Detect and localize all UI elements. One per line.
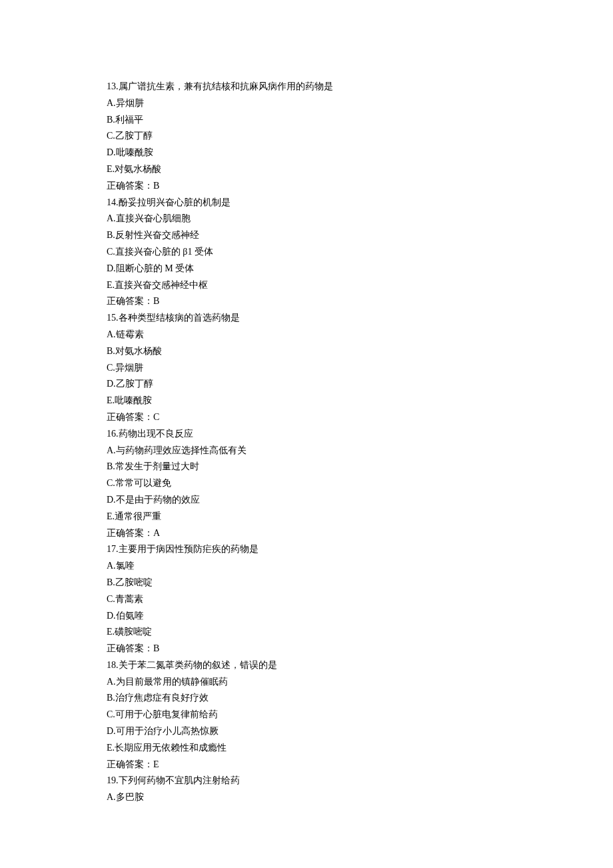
question-stem: 16.药物出现不良反应: [107, 426, 613, 443]
question-stem-text: 主要用于病因性预防疟疾的药物是: [119, 544, 259, 554]
answer-value: A: [153, 528, 160, 538]
answer-line: 正确答案：B: [107, 641, 613, 657]
option-text: 链霉素: [116, 329, 144, 339]
option-letter: A.: [107, 561, 116, 571]
answer-line: 正确答案：B: [107, 293, 613, 310]
answer-label: 正确答案：: [107, 296, 153, 306]
option-text: 磺胺嘧啶: [115, 627, 152, 637]
question-stem-text: 属广谱抗生素，兼有抗结核和抗麻风病作用的药物是: [119, 81, 333, 91]
option-a: A.多巴胺: [107, 789, 613, 806]
option-letter: A.: [107, 213, 116, 223]
option-b: B.治疗焦虑症有良好疗效: [107, 690, 613, 707]
option-letter: A.: [107, 792, 116, 802]
option-text: 直接兴奋心肌细胞: [116, 213, 191, 223]
option-text: 反射性兴奋交感神经: [115, 230, 199, 240]
option-letter: E.: [107, 627, 115, 637]
option-text: 与药物药理效应选择性高低有关: [116, 445, 247, 455]
option-text: 氯喹: [116, 561, 135, 571]
option-letter: D.: [107, 726, 116, 736]
option-text: 长期应用无依赖性和成瘾性: [115, 743, 227, 753]
option-letter: D.: [107, 263, 116, 273]
answer-label: 正确答案：: [107, 759, 153, 769]
question-stem-text: 各种类型结核病的首选药物是: [119, 313, 240, 323]
option-a: A.链霉素: [107, 327, 613, 343]
option-letter: A.: [107, 445, 116, 455]
option-a: A.异烟肼: [107, 95, 613, 112]
option-letter: D.: [107, 495, 116, 505]
option-letter: A.: [107, 677, 116, 687]
question-stem: 13.属广谱抗生素，兼有抗结核和抗麻风病作用的药物是: [107, 79, 613, 95]
question-stem-text: 关于苯二氮䓬类药物的叙述，错误的是: [119, 660, 277, 670]
answer-line: 正确答案：C: [107, 409, 613, 426]
option-e: E.通常很严重: [107, 509, 613, 525]
option-text: 常发生于剂量过大时: [115, 461, 199, 471]
question-number: 15: [107, 313, 116, 323]
option-letter: D.: [107, 379, 116, 389]
option-letter: B.: [107, 577, 115, 587]
option-letter: E.: [107, 395, 115, 405]
question-stem: 15.各种类型结核病的首选药物是: [107, 310, 613, 327]
option-c: C.直接兴奋心脏的 β1 受体: [107, 244, 613, 261]
option-c: C.常常可以避免: [107, 475, 613, 492]
option-d: D.吡嗪酰胺: [107, 145, 613, 161]
option-letter: C.: [107, 478, 115, 488]
answer-label: 正确答案：: [107, 528, 153, 538]
answer-label: 正确答案：: [107, 181, 153, 191]
option-b: B.利福平: [107, 112, 613, 129]
answer-value: C: [153, 412, 159, 422]
question-stem: 17.主要用于病因性预防疟疾的药物是: [107, 541, 613, 558]
question-stem-text: 药物出现不良反应: [119, 429, 193, 439]
option-b: B.乙胺嘧啶: [107, 575, 613, 591]
option-letter: C.: [107, 363, 115, 373]
option-letter: A.: [107, 329, 116, 339]
answer-value: B: [153, 643, 159, 653]
question-number: 16: [107, 429, 116, 439]
option-d: D.可用于治疗小儿高热惊厥: [107, 723, 613, 740]
option-e: E.对氨水杨酸: [107, 161, 613, 178]
option-text: 乙胺丁醇: [116, 379, 153, 389]
option-e: E.直接兴奋交感神经中枢: [107, 277, 613, 294]
option-d: D.伯氨喹: [107, 608, 613, 625]
option-text: 通常很严重: [115, 511, 161, 521]
option-d: D.阻断心脏的 M 受体: [107, 261, 613, 277]
question-stem: 18.关于苯二氮䓬类药物的叙述，错误的是: [107, 657, 613, 674]
answer-value: B: [153, 296, 159, 306]
option-text: 对氨水杨酸: [115, 164, 161, 174]
option-text: 利福平: [115, 115, 143, 125]
option-d: D.乙胺丁醇: [107, 376, 613, 393]
option-letter: C.: [107, 594, 115, 604]
question-number: 18: [107, 660, 116, 670]
question-number: 13: [107, 81, 116, 91]
question-stem-text: 下列何药物不宜肌内注射给药: [119, 775, 240, 785]
question-number: 17: [107, 544, 116, 554]
option-e: E.吡嗪酰胺: [107, 393, 613, 409]
option-letter: B.: [107, 461, 115, 471]
option-text: 吡嗪酰胺: [116, 147, 153, 157]
option-a: A.与药物药理效应选择性高低有关: [107, 443, 613, 459]
answer-line: 正确答案：E: [107, 757, 613, 773]
option-e: E.磺胺嘧啶: [107, 624, 613, 641]
option-letter: B.: [107, 115, 115, 125]
option-c: C.乙胺丁醇: [107, 128, 613, 145]
question-number: 19: [107, 775, 116, 785]
answer-label: 正确答案：: [107, 643, 153, 653]
option-text: 对氨水杨酸: [115, 346, 162, 356]
option-letter: E.: [107, 280, 115, 290]
option-text: 青蒿素: [115, 594, 143, 604]
option-e: E.长期应用无依赖性和成瘾性: [107, 740, 613, 757]
option-letter: E.: [107, 743, 115, 753]
option-text: 阻断心脏的 M 受体: [116, 263, 194, 273]
option-text: 吡嗪酰胺: [115, 395, 152, 405]
document-page: 13.属广谱抗生素，兼有抗结核和抗麻风病作用的药物是A.异烟肼B.利福平C.乙胺…: [0, 0, 613, 868]
option-text: 异烟肼: [115, 363, 143, 373]
question-stem: 19.下列何药物不宜肌内注射给药: [107, 773, 613, 789]
option-text: 乙胺丁醇: [115, 131, 153, 141]
option-letter: C.: [107, 709, 115, 719]
option-text: 常常可以避免: [115, 478, 171, 488]
option-b: B.常发生于剂量过大时: [107, 459, 613, 475]
option-b: B.对氨水杨酸: [107, 343, 613, 360]
option-text: 直接兴奋心脏的 β1 受体: [115, 247, 213, 257]
option-text: 可用于治疗小儿高热惊厥: [116, 726, 219, 736]
question-stem-text: 酚妥拉明兴奋心脏的机制是: [119, 197, 231, 207]
option-letter: B.: [107, 230, 115, 240]
